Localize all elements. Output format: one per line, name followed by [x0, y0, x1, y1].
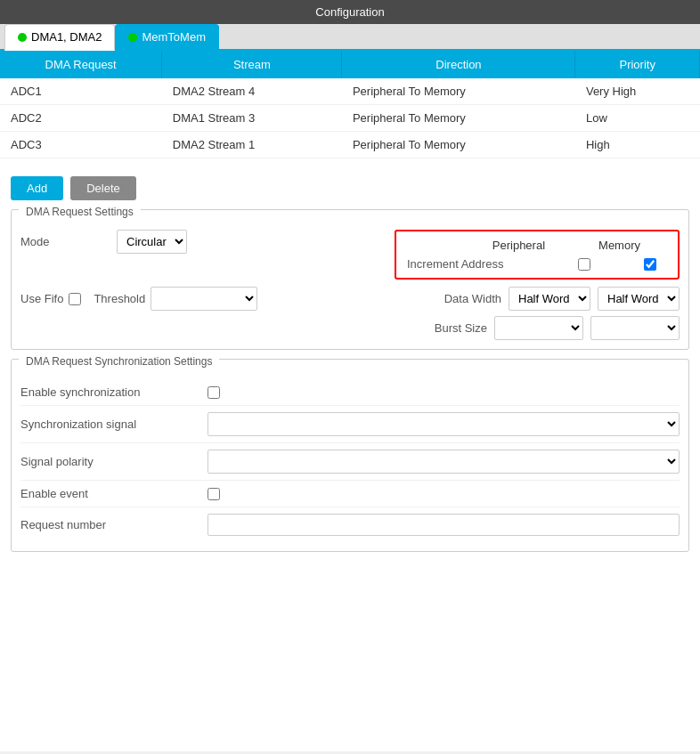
col-header-direction: Direction	[342, 51, 575, 78]
dot-icon	[18, 33, 27, 42]
sync-settings-section: DMA Request Synchronization Settings Ena…	[11, 359, 689, 552]
cell-direction: Peripheral To Memory	[342, 132, 575, 158]
table-row[interactable]: ADC2 DMA1 Stream 3 Peripheral To Memory …	[0, 105, 700, 132]
tab-bar: DMA1, DMA2 MemToMem	[0, 24, 700, 51]
request-number-input	[208, 514, 680, 536]
signal-polarity-input	[208, 450, 680, 474]
request-number-field[interactable]	[208, 514, 680, 536]
cell-dma-request: ADC1	[0, 78, 162, 105]
sync-section-title: DMA Request Synchronization Settings	[19, 352, 219, 371]
table-row[interactable]: ADC3 DMA2 Stream 1 Peripheral To Memory …	[0, 132, 700, 158]
peripheral-increment-checkbox[interactable]	[578, 258, 590, 271]
dma-request-settings-section: DMA Request Settings Mode Circular Norma…	[11, 209, 689, 350]
delete-button[interactable]: Delete	[70, 176, 136, 200]
dma-table: DMA Request Stream Direction Priority AD…	[0, 51, 700, 158]
burst-size-label: Burst Size	[435, 321, 487, 335]
data-width-memory-select[interactable]: Half Word Byte Word	[598, 287, 680, 311]
data-width-label: Data Width	[444, 292, 501, 305]
table-row[interactable]: ADC1 DMA2 Stream 4 Peripheral To Memory …	[0, 78, 700, 105]
title-bar: Configuration	[0, 0, 700, 24]
main-content: DMA Request Stream Direction Priority AD…	[0, 51, 700, 751]
burst-memory-select[interactable]	[590, 316, 680, 340]
tab-dma1-dma2[interactable]: DMA1, DMA2	[4, 24, 115, 51]
col-header-stream: Stream	[162, 51, 342, 78]
burst-peripheral-select[interactable]	[494, 316, 583, 340]
title-text: Configuration	[315, 5, 384, 19]
col-header-priority: Priority	[575, 51, 700, 78]
threshold-select[interactable]	[151, 287, 257, 311]
tab-memtomem-label: MemToMem	[142, 30, 206, 44]
data-width-peripheral-select[interactable]: Half Word Byte Word	[509, 287, 590, 311]
request-number-row: Request number	[20, 507, 680, 542]
memory-increment-checkbox[interactable]	[644, 258, 656, 271]
mode-label: Mode	[20, 235, 110, 248]
tab-memtomem[interactable]: MemToMem	[115, 24, 219, 51]
use-fifo-checkbox[interactable]	[69, 293, 81, 305]
cell-stream: DMA1 Stream 3	[162, 105, 342, 132]
cell-dma-request: ADC3	[0, 132, 162, 158]
increment-address-label: Increment Address	[407, 257, 569, 271]
data-width-block: Data Width Half Word Byte Word Half Word…	[444, 287, 680, 311]
sync-signal-row: Synchronization signal	[20, 406, 680, 443]
inc-checkboxes	[578, 258, 667, 271]
mode-select[interactable]: Circular Normal	[117, 230, 187, 254]
memory-col-label: Memory	[598, 239, 640, 252]
sync-grid: Enable synchronization Synchronization s…	[12, 379, 688, 542]
cell-direction: Peripheral To Memory	[342, 78, 575, 105]
peripheral-col-label: Peripheral	[492, 239, 545, 252]
request-number-label: Request number	[20, 518, 199, 531]
cell-priority: High	[575, 132, 700, 158]
enable-sync-checkbox[interactable]	[208, 386, 220, 399]
inc-header: Peripheral Memory	[407, 239, 667, 252]
cell-direction: Peripheral To Memory	[342, 105, 575, 132]
increment-address-panel: Peripheral Memory Increment Address	[395, 230, 680, 280]
sync-signal-select[interactable]	[208, 412, 680, 436]
sync-signal-label: Synchronization signal	[20, 418, 199, 431]
enable-sync-label: Enable synchronization	[20, 385, 199, 399]
enable-sync-row: Enable synchronization	[20, 379, 680, 406]
col-header-dma-request: DMA Request	[0, 51, 162, 78]
enable-event-checkbox[interactable]	[208, 488, 220, 500]
add-button[interactable]: Add	[11, 176, 63, 200]
cell-stream: DMA2 Stream 1	[162, 132, 342, 158]
cell-stream: DMA2 Stream 4	[162, 78, 342, 105]
enable-event-row: Enable event	[20, 481, 680, 507]
sync-signal-input	[208, 412, 680, 436]
use-fifo-block: Use Fifo Threshold	[20, 287, 257, 311]
mode-block: Mode Circular Normal	[20, 230, 187, 254]
signal-polarity-label: Signal polarity	[20, 455, 199, 468]
tab-dma1-dma2-label: DMA1, DMA2	[31, 30, 102, 44]
enable-event-label: Enable event	[20, 487, 199, 500]
table-section: DMA Request Stream Direction Priority AD…	[0, 51, 700, 158]
cell-priority: Very High	[575, 78, 700, 105]
dot-icon-mem	[128, 33, 137, 42]
signal-polarity-row: Signal polarity	[20, 443, 680, 481]
cell-dma-request: ADC2	[0, 105, 162, 132]
use-fifo-label: Use Fifo	[20, 292, 63, 305]
signal-polarity-select[interactable]	[208, 450, 680, 474]
settings-section-title: DMA Request Settings	[19, 202, 141, 222]
inc-row: Increment Address	[407, 257, 667, 271]
cell-priority: Low	[575, 105, 700, 132]
threshold-label: Threshold	[94, 292, 145, 305]
